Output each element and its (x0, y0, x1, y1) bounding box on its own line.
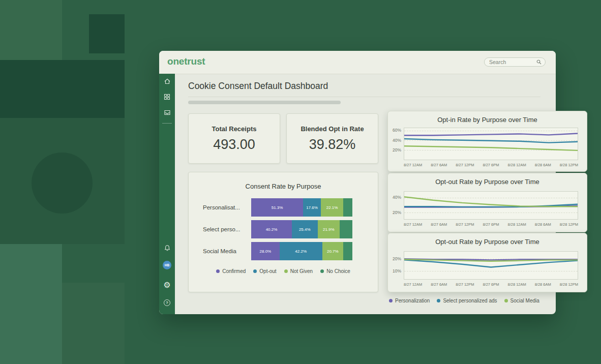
stacked-bar[interactable]: 51.3%17.6%22.1% (251, 198, 352, 217)
y-axis: 60%40%20% (390, 128, 404, 160)
bar-segment-no-choice[interactable] (340, 220, 352, 238)
legend-item: Not Given (284, 268, 313, 274)
x-tick-label: 8/28 6AM (535, 282, 551, 287)
decor-rect (89, 14, 125, 53)
sidebar-item-inbox[interactable] (159, 109, 175, 116)
bell-icon (164, 245, 171, 252)
legend-item: Opt-out (253, 268, 276, 274)
bottom-legend: PersonalizationSelect personalized adsSo… (389, 298, 539, 304)
x-tick-label: 8/27 6AM (431, 282, 447, 287)
line-chart-svg (404, 128, 578, 160)
bar-segment-not-given[interactable]: 21.9% (318, 220, 340, 238)
plot-area[interactable] (404, 128, 578, 160)
y-tick-label: 40% (393, 195, 401, 200)
app-header: onetrust (159, 51, 556, 74)
app-window: onetrust (159, 51, 556, 314)
y-axis: 20%10% (390, 251, 404, 280)
x-tick-label: 8/27 6AM (431, 163, 447, 167)
y-tick-label: 10% (393, 268, 401, 274)
consent-legend: ConfirmedOpt-outNot GivenNo Choice (189, 268, 378, 274)
legend-item: Select personalized ads (437, 298, 497, 304)
opt-in-rate-chart-card: Opt-in Rate by Purpose over Time 60%40%2… (387, 111, 587, 172)
bar-segment-not-given[interactable]: 22.1% (321, 198, 343, 217)
bar-category-label: Personalisat... (203, 204, 251, 210)
home-icon (164, 78, 171, 85)
legend-label: Select personalized ads (443, 298, 497, 304)
consent-bar-rows: Personalisat...51.3%17.6%22.1%Select per… (189, 198, 378, 260)
x-tick-label: 8/28 12PM (560, 282, 578, 287)
sidebar-item-help[interactable]: ? (159, 299, 175, 306)
stat-card-total-receipts: Total Receipts 493.00 (188, 113, 280, 164)
x-tick-label: 8/27 6AM (431, 222, 447, 227)
chart-title: Opt-out Rate by Purpose over Time (388, 238, 587, 246)
stacked-bar[interactable]: 40.2%25.4%21.9% (251, 220, 352, 238)
x-tick-label: 8/28 12AM (507, 282, 526, 287)
bar-category-label: Social Media (203, 248, 251, 254)
opt-out-rate-chart-card-1: Opt-out Rate by Purpose over Time 40%20%… (387, 173, 587, 232)
legend-dot (284, 269, 288, 273)
avatar: HB (163, 261, 171, 269)
decor-rect (0, 0, 62, 61)
x-tick-label: 8/27 6PM (483, 163, 499, 167)
sidebar: HB ⚙ ? (159, 74, 175, 314)
search-input[interactable] (489, 59, 536, 65)
bar-segment-not-given[interactable]: 20.7% (322, 242, 343, 260)
search-box[interactable] (484, 57, 546, 67)
gear-icon: ⚙ (163, 281, 170, 289)
bar-segment-opt-out[interactable]: 25.4% (292, 220, 318, 238)
legend-label: Not Given (290, 268, 313, 274)
x-tick-label: 8/28 12PM (560, 222, 578, 227)
sidebar-item-settings[interactable]: ⚙ (159, 281, 175, 289)
y-axis: 40%20% (390, 191, 404, 220)
chart-title: Consent Rate by Purpose (189, 183, 378, 190)
legend-label: Social Media (510, 298, 539, 304)
y-tick-label: 20% (393, 256, 401, 261)
bar-segment-no-choice[interactable] (343, 242, 352, 260)
sidebar-item-apps[interactable] (159, 94, 175, 100)
bar-segment-opt-out[interactable]: 42.2% (280, 242, 322, 260)
legend-dot (389, 299, 393, 302)
legend-label: Confirmed (222, 268, 246, 274)
stat-value: 493.00 (189, 137, 280, 153)
x-tick-label: 8/27 12PM (456, 282, 474, 287)
page-title: Cookie Consent Default Dashboard (188, 81, 328, 92)
x-tick-label: 8/27 12AM (404, 282, 422, 287)
x-tick-label: 8/27 12PM (456, 163, 474, 167)
bar-segment-confirmed[interactable]: 51.3% (251, 198, 303, 217)
sidebar-item-profile[interactable]: HB (159, 261, 175, 269)
x-tick-label: 8/27 6PM (483, 282, 499, 287)
y-tick-label: 20% (393, 147, 401, 153)
bar-segment-confirmed[interactable]: 40.2% (251, 220, 292, 238)
x-axis: 8/27 12AM8/27 6AM8/27 12PM8/27 6PM8/28 1… (404, 282, 578, 287)
x-axis: 8/27 12AM8/27 6AM8/27 12PM8/27 6PM8/28 1… (404, 222, 578, 227)
legend-dot (437, 299, 440, 302)
legend-label: No Choice (326, 268, 350, 274)
plot-area[interactable] (404, 251, 578, 280)
legend-item: Personalization (389, 298, 430, 304)
legend-dot (320, 269, 324, 273)
x-tick-label: 8/28 6AM (535, 222, 551, 227)
sidebar-item-home[interactable] (159, 78, 175, 85)
bar-segment-opt-out[interactable]: 17.6% (303, 198, 321, 217)
bar-segment-no-choice[interactable] (343, 198, 352, 217)
dashboard-content: Cookie Consent Default Dashboard Total R… (175, 74, 556, 314)
stacked-bar[interactable]: 28.0%42.2%20.7% (251, 242, 352, 260)
decor-rect (0, 244, 62, 364)
bar-segment-confirmed[interactable]: 28.0% (251, 242, 280, 260)
legend-dot (253, 269, 257, 273)
plot-area[interactable] (404, 191, 578, 220)
legend-item: Confirmed (216, 268, 246, 274)
legend-label: Opt-out (259, 268, 276, 274)
bar-row: Personalisat...51.3%17.6%22.1% (203, 198, 352, 217)
inbox-icon (164, 109, 171, 116)
line-chart-svg (404, 192, 578, 219)
stat-value: 39.82% (287, 137, 378, 153)
x-tick-label: 8/28 12AM (507, 163, 526, 167)
sidebar-item-notifications[interactable] (159, 245, 175, 252)
decor-rect (62, 283, 125, 364)
x-tick-label: 8/28 6AM (535, 163, 551, 167)
x-tick-label: 8/27 12PM (456, 222, 474, 227)
loading-skeleton-bar (188, 101, 341, 104)
legend-label: Personalization (395, 298, 430, 304)
stat-label: Blended Opt in Rate (287, 125, 378, 133)
